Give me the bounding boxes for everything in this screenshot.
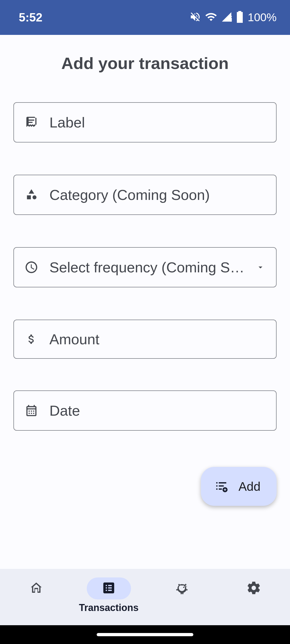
page-title: Add your transaction xyxy=(13,54,277,73)
battery-icon xyxy=(236,11,244,24)
clock-icon xyxy=(24,260,39,275)
status-icons: 100% xyxy=(189,11,277,24)
gesture-bar[interactable] xyxy=(97,633,193,636)
dollar-icon xyxy=(24,332,39,346)
add-button[interactable]: Add xyxy=(201,467,277,506)
nav-transactions-label: Transactions xyxy=(79,602,139,613)
signal-icon xyxy=(221,11,232,24)
date-field[interactable]: Date xyxy=(13,390,277,431)
label-field[interactable]: Label xyxy=(13,102,277,142)
frequency-placeholder: Select frequency (Coming So… xyxy=(49,259,250,276)
add-button-label: Add xyxy=(238,479,260,494)
status-bar: 5:52 100% xyxy=(0,0,290,35)
list-icon xyxy=(102,581,116,596)
battery-percentage: 100% xyxy=(248,11,277,24)
calendar-icon xyxy=(24,403,39,418)
chevron-down-icon xyxy=(255,263,266,272)
mute-icon xyxy=(189,11,201,24)
receipt-icon xyxy=(24,115,39,130)
shapes-icon xyxy=(24,188,39,202)
svg-rect-0 xyxy=(230,18,232,22)
category-placeholder: Category (Coming Soon) xyxy=(49,186,266,203)
nav-home[interactable] xyxy=(0,577,73,613)
bottom-nav: Transactions xyxy=(0,569,290,625)
amount-placeholder: Amount xyxy=(49,331,266,347)
gear-icon xyxy=(246,580,261,597)
gesture-area xyxy=(0,625,290,644)
nav-transactions[interactable]: Transactions xyxy=(73,577,145,613)
wifi-icon xyxy=(205,11,217,24)
frequency-field[interactable]: Select frequency (Coming So… xyxy=(13,247,277,287)
svg-point-1 xyxy=(230,16,232,17)
list-add-icon xyxy=(214,478,229,495)
label-placeholder: Label xyxy=(49,114,266,131)
nav-savings[interactable] xyxy=(145,577,218,613)
amount-field[interactable]: Amount xyxy=(13,320,277,359)
date-placeholder: Date xyxy=(49,402,266,419)
category-field[interactable]: Category (Coming Soon) xyxy=(13,175,277,215)
nav-settings[interactable] xyxy=(218,577,290,613)
status-time: 5:52 xyxy=(19,11,42,24)
home-icon xyxy=(29,581,44,596)
piggy-icon xyxy=(174,580,189,597)
